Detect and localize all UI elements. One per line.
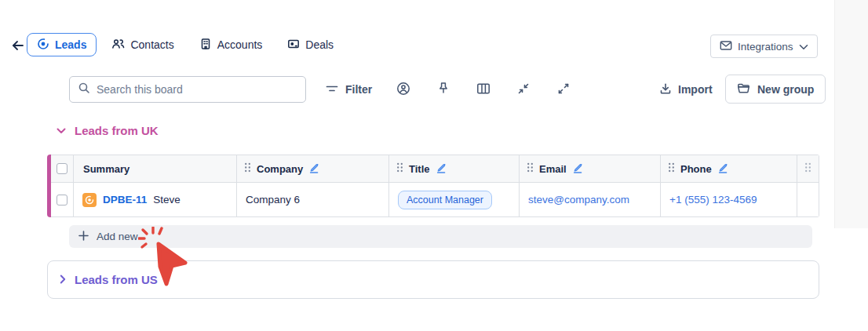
edit-icon[interactable] (436, 162, 447, 176)
accounts-icon (199, 38, 212, 53)
summary-name: Steve (153, 194, 181, 206)
folder-icon (737, 82, 750, 96)
edit-icon[interactable] (308, 162, 319, 176)
chevron-right-icon (60, 273, 66, 287)
contacts-icon (111, 38, 125, 53)
row-checkbox[interactable] (57, 195, 67, 206)
column-header-add[interactable] (797, 155, 819, 183)
import-button[interactable]: Import (659, 76, 713, 103)
chevron-down-icon (57, 125, 66, 136)
email-link[interactable]: steve@company.com (528, 194, 629, 206)
column-header-email[interactable]: Email (520, 155, 661, 183)
tab-deals[interactable]: Deals (277, 33, 344, 56)
tab-contacts[interactable]: Contacts (101, 33, 184, 56)
lead-type-icon (82, 193, 97, 207)
column-header-title[interactable]: Title (389, 155, 520, 183)
edit-icon[interactable] (572, 162, 583, 176)
columns-button[interactable] (476, 82, 491, 97)
cell-email[interactable]: steve@company.com (520, 183, 661, 216)
columns-icon (476, 82, 491, 97)
column-header-phone[interactable]: Phone (661, 155, 797, 183)
tab-leads[interactable]: Leads (27, 33, 97, 56)
drag-handle-icon (668, 162, 675, 175)
group-accent-bar (47, 155, 51, 217)
integrations-label: Integrations (738, 41, 793, 53)
search-icon (78, 82, 90, 97)
issue-key[interactable]: DPBE-11 (103, 194, 147, 206)
cell-phone[interactable]: +1 (555) 123-4569 (661, 183, 797, 216)
view-tools (396, 76, 571, 103)
window-edge-shade (834, 0, 868, 228)
cell-empty (797, 183, 819, 216)
row-checkbox-cell (51, 183, 74, 216)
assignee-filter-button[interactable] (396, 82, 411, 97)
download-icon (659, 82, 672, 97)
group-header-uk[interactable]: Leads from UK (57, 124, 159, 137)
expand-icon (557, 82, 570, 97)
board-search (69, 76, 306, 103)
table-header-row: Summary Company Title (51, 155, 819, 183)
cell-summary[interactable]: DPBE-11 Steve (74, 183, 237, 216)
new-group-button[interactable]: New group (725, 75, 826, 104)
pin-icon (437, 82, 450, 98)
person-circle-icon (396, 82, 410, 98)
new-group-label: New group (757, 83, 814, 96)
back-arrow-icon (11, 39, 25, 54)
tab-label: Leads (55, 38, 86, 51)
drag-handle-icon (396, 162, 403, 175)
collapse-button[interactable] (516, 82, 531, 97)
drag-handle-icon (804, 162, 811, 175)
column-label: Phone (680, 163, 712, 175)
goal-icon (37, 38, 49, 53)
collapse-icon (517, 82, 530, 97)
add-new-label: Add new (97, 231, 138, 242)
column-label: Email (539, 163, 567, 175)
pin-button[interactable] (436, 82, 451, 97)
group-title-uk: Leads from UK (75, 124, 159, 137)
filter-button[interactable]: Filter (325, 76, 372, 103)
filter-label: Filter (345, 83, 372, 96)
column-label: Company (257, 163, 303, 175)
company-value: Company 6 (246, 194, 300, 206)
cell-title[interactable]: Account Manager (389, 183, 520, 216)
table-row[interactable]: DPBE-11 Steve Company 6 Account Manager … (51, 183, 819, 216)
deals-icon (287, 38, 300, 53)
search-input[interactable] (97, 83, 297, 96)
column-header-company[interactable]: Company (237, 155, 389, 183)
expand-button[interactable] (556, 82, 571, 97)
plus-icon (78, 231, 89, 243)
integrations-button[interactable]: Integrations (710, 35, 818, 58)
phone-link[interactable]: +1 (555) 123-4569 (669, 194, 757, 206)
drag-handle-icon (527, 162, 534, 175)
edit-icon[interactable] (717, 162, 728, 176)
column-label: Summary (83, 163, 129, 175)
group-us[interactable]: Leads from US (47, 260, 819, 299)
mail-icon (720, 40, 732, 53)
leads-table: Summary Company Title (47, 155, 819, 217)
tab-label: Contacts (130, 38, 173, 51)
select-all-checkbox[interactable] (57, 163, 67, 174)
drag-handle-icon (244, 162, 251, 175)
tab-accounts[interactable]: Accounts (189, 33, 273, 56)
chevron-down-icon (799, 41, 808, 53)
tab-label: Deals (305, 38, 334, 51)
cell-company[interactable]: Company 6 (237, 183, 389, 216)
back-button[interactable] (8, 36, 28, 56)
header-checkbox-cell (51, 155, 74, 183)
leads-board: Leads Contacts Accounts Deals Integratio… (0, 0, 868, 331)
column-header-summary[interactable]: Summary (74, 155, 237, 183)
title-badge[interactable]: Account Manager (398, 191, 492, 209)
add-new-button[interactable]: Add new (69, 225, 812, 248)
tab-label: Accounts (217, 38, 263, 51)
filter-icon (325, 82, 339, 97)
column-label: Title (409, 163, 430, 175)
import-label: Import (678, 83, 713, 96)
group-title-us: Leads from US (75, 273, 158, 286)
board-tabs: Leads Contacts Accounts Deals (27, 33, 344, 56)
